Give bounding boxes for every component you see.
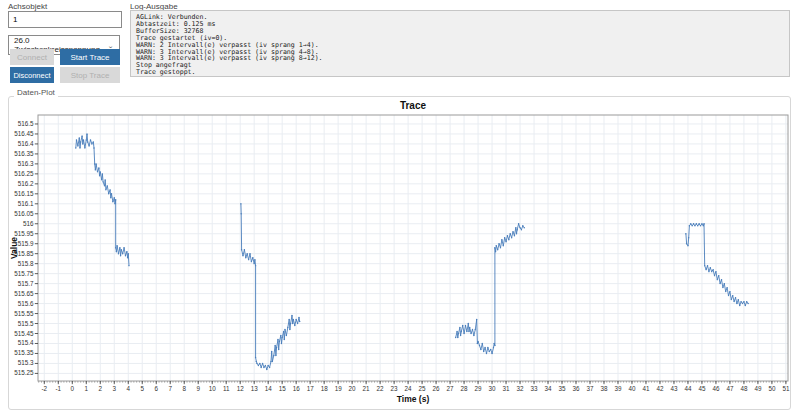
svg-text:516.2: 516.2 [18,180,34,187]
svg-text:17: 17 [307,385,315,392]
svg-text:515.9: 515.9 [18,240,34,247]
svg-text:41: 41 [642,385,650,392]
svg-text:515.45: 515.45 [14,330,34,337]
svg-text:49: 49 [754,385,762,392]
svg-text:20: 20 [349,385,357,392]
svg-text:28: 28 [461,385,469,392]
axis-object-label: Achsobjekt [8,2,47,11]
log-output-text: AGLink: Verbunden. Abtastzeit: 0.125 ms … [131,11,789,77]
log-output-textbox[interactable]: AGLink: Verbunden. Abtastzeit: 0.125 ms … [130,10,790,77]
svg-text:14: 14 [265,385,273,392]
svg-text:13: 13 [251,385,259,392]
svg-text:515.4: 515.4 [18,339,34,346]
svg-text:16: 16 [293,385,301,392]
stop-trace-button[interactable]: Stop Trace [60,67,120,83]
svg-text:4: 4 [126,385,130,392]
svg-text:515.7: 515.7 [18,280,34,287]
chevron-down-icon: ⌄ [107,41,114,48]
svg-text:38: 38 [600,385,608,392]
svg-text:516: 516 [23,220,34,227]
svg-text:12: 12 [237,385,245,392]
svg-text:515.75: 515.75 [14,270,34,277]
svg-text:516.15: 516.15 [14,190,34,197]
svg-text:3: 3 [113,385,117,392]
axis-object-input[interactable] [8,11,122,28]
svg-text:10: 10 [209,385,217,392]
svg-text:18: 18 [321,385,329,392]
svg-text:46: 46 [712,385,720,392]
svg-text:36: 36 [573,385,581,392]
svg-text:515.65: 515.65 [14,290,34,297]
svg-text:25: 25 [419,385,427,392]
svg-text:51: 51 [782,385,790,392]
svg-text:40: 40 [628,385,636,392]
svg-text:516.3: 516.3 [18,160,34,167]
svg-text:0: 0 [71,385,75,392]
svg-text:33: 33 [531,385,539,392]
svg-text:42: 42 [656,385,664,392]
svg-text:37: 37 [586,385,594,392]
svg-text:27: 27 [447,385,455,392]
trace-chart: -2-1012345678910111213141516171819202122… [10,100,790,408]
svg-text:50: 50 [768,385,776,392]
svg-text:19: 19 [335,385,343,392]
svg-text:515.5: 515.5 [18,320,34,327]
svg-text:5: 5 [140,385,144,392]
svg-text:Time (s): Time (s) [397,394,430,404]
svg-text:9: 9 [196,385,200,392]
svg-text:24: 24 [405,385,413,392]
data-plot-group-label: Daten-Plot [14,88,58,97]
svg-text:47: 47 [726,385,734,392]
connect-button[interactable]: Connect [10,49,54,65]
svg-text:21: 21 [363,385,371,392]
start-trace-button[interactable]: Start Trace [60,49,120,65]
svg-text:515.25: 515.25 [14,369,34,376]
svg-text:15: 15 [279,385,287,392]
svg-text:515.6: 515.6 [18,300,34,307]
svg-text:30: 30 [489,385,497,392]
svg-text:516.35: 516.35 [14,150,34,157]
svg-text:34: 34 [545,385,553,392]
svg-text:Value: Value [10,237,19,259]
svg-text:44: 44 [684,385,692,392]
svg-text:48: 48 [740,385,748,392]
svg-text:-2: -2 [41,385,47,392]
svg-text:39: 39 [614,385,622,392]
svg-text:515.3: 515.3 [18,359,34,366]
svg-text:26: 26 [433,385,441,392]
svg-text:8: 8 [182,385,186,392]
svg-text:516.45: 516.45 [14,130,34,137]
svg-text:516.4: 516.4 [18,140,34,147]
svg-text:-1: -1 [55,385,61,392]
svg-text:43: 43 [670,385,678,392]
svg-text:32: 32 [517,385,525,392]
svg-text:516.25: 516.25 [14,170,34,177]
svg-text:23: 23 [391,385,399,392]
svg-text:515.95: 515.95 [14,230,34,237]
svg-text:45: 45 [698,385,706,392]
svg-text:515.55: 515.55 [14,310,34,317]
svg-text:2: 2 [99,385,103,392]
disconnect-button[interactable]: Disconnect [10,67,54,83]
svg-text:22: 22 [377,385,385,392]
svg-text:516.05: 516.05 [14,210,34,217]
svg-text:515.35: 515.35 [14,349,34,356]
svg-text:515.8: 515.8 [18,260,34,267]
svg-text:7: 7 [168,385,172,392]
trace-chart-svg: -2-1012345678910111213141516171819202122… [10,100,790,408]
svg-text:1: 1 [85,385,89,392]
svg-text:29: 29 [475,385,483,392]
svg-text:516.5: 516.5 [18,120,34,127]
svg-text:516.1: 516.1 [18,200,34,207]
svg-text:6: 6 [154,385,158,392]
svg-text:Trace: Trace [400,100,427,111]
svg-text:11: 11 [223,385,230,392]
trace-interface-window: Achsobjekt 26.0 Zwischenkreisspannung ⌄ … [0,0,800,416]
svg-text:31: 31 [503,385,511,392]
svg-text:35: 35 [559,385,567,392]
